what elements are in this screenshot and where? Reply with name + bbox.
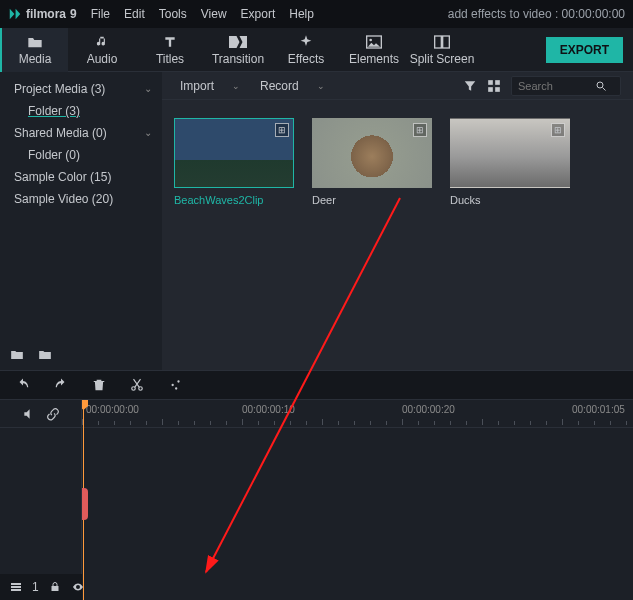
track-area[interactable] [82,428,633,600]
svg-rect-5 [495,80,500,85]
undo-icon[interactable] [16,378,30,392]
tab-effects[interactable]: Effects [272,28,340,72]
add-to-timeline-icon[interactable]: ⊞ [551,123,565,137]
tracks-icon[interactable] [10,580,22,594]
search-icon[interactable] [594,79,608,93]
filter-icon[interactable] [463,79,477,93]
lock-icon[interactable] [49,580,61,594]
transition-icon [229,34,247,50]
tab-label: Elements [349,52,399,66]
sparkle-icon [298,34,314,50]
add-to-timeline-icon[interactable]: ⊞ [413,123,427,137]
workspace: Project Media (3)⌄ Folder (3) Shared Med… [0,72,633,370]
svg-point-8 [597,82,603,88]
new-folder-icon[interactable] [10,348,24,362]
import-label: Import [180,79,214,93]
menu-export[interactable]: Export [241,7,276,21]
svg-rect-7 [495,87,500,92]
sidebar-actions [10,348,52,362]
svg-rect-3 [443,36,450,48]
sidebar-item-folder-0[interactable]: Folder (0) [0,144,162,166]
menu-file[interactable]: File [91,7,110,21]
sidebar-item-folder-3[interactable]: Folder (3) [0,100,162,122]
menu-edit[interactable]: Edit [124,7,145,21]
ruler-label: 00:00:00:10 [242,404,295,415]
media-grid: ⊞BeachWaves2Clip⊞Deer⊞Ducks [162,100,633,370]
sidebar-item-sample-video[interactable]: Sample Video (20) [0,188,162,210]
add-to-timeline-icon[interactable]: ⊞ [275,123,289,137]
title-bar-status: add effects to video : 00:00:00:00 [448,7,625,21]
text-icon [163,34,177,50]
media-bar: Import⌄ Record⌄ [162,72,633,100]
delete-folder-icon[interactable] [38,348,52,362]
menu-help[interactable]: Help [289,7,314,21]
menu-bar: filmora9 File Edit Tools View Export Hel… [0,0,633,28]
ruler-ticks [82,419,633,425]
edit-toolbar [0,370,633,400]
svg-rect-15 [11,586,21,588]
redo-icon[interactable] [54,378,68,392]
sidebar-item-sample-color[interactable]: Sample Color (15) [0,166,162,188]
ruler-label: 00:00:00:00 [86,404,139,415]
mute-icon[interactable] [22,407,36,421]
tab-audio[interactable]: Audio [68,28,136,72]
split-icon [434,34,450,50]
svg-rect-14 [11,583,21,585]
export-button[interactable]: EXPORT [546,37,623,63]
menu-tools[interactable]: Tools [159,7,187,21]
cut-icon[interactable] [130,378,144,392]
sidebar-item-shared-media[interactable]: Shared Media (0)⌄ [0,122,162,144]
app-version: 9 [70,7,77,21]
tab-media[interactable]: Media [0,28,68,72]
sidebar-item-label: Sample Color (15) [14,168,111,186]
timeline-track-headers: 1 [0,400,82,600]
tab-transition[interactable]: Transition [204,28,272,72]
sidebar-item-label: Project Media (3) [14,80,105,98]
tab-elements[interactable]: Elements [340,28,408,72]
timeline-ruler[interactable]: 00:00:00:00 00:00:00:10 00:00:00:20 00:0… [82,400,633,428]
tab-split-screen[interactable]: Split Screen [408,28,476,72]
track-header-row [0,400,81,428]
media-clip[interactable]: ⊞Ducks [450,118,570,206]
tab-label: Media [19,52,52,66]
search-box[interactable] [511,76,621,96]
grid-view-icon[interactable] [487,79,501,93]
tab-label: Audio [87,52,118,66]
ruler-label: 00:00:00:20 [402,404,455,415]
delete-icon[interactable] [92,378,106,392]
timeline-tracks[interactable]: 00:00:00:00 00:00:00:10 00:00:00:20 00:0… [82,400,633,600]
clip-thumbnail[interactable]: ⊞ [174,118,294,188]
tab-label: Split Screen [410,52,475,66]
import-dropdown[interactable]: Import⌄ [174,79,246,93]
track-count: 1 [32,580,39,594]
link-icon[interactable] [46,407,60,421]
media-clip[interactable]: ⊞Deer [312,118,432,206]
tab-label: Transition [212,52,264,66]
clip-thumbnail[interactable]: ⊞ [312,118,432,188]
clip-thumbnail[interactable]: ⊞ [450,118,570,188]
menu-view[interactable]: View [201,7,227,21]
logo-icon [8,7,22,21]
settings-icon[interactable] [168,378,182,392]
svg-point-11 [177,380,179,382]
tool-tabs: Media Audio Titles Transition Effects El… [0,28,633,72]
chevron-down-icon: ⌄ [144,124,152,142]
chevron-down-icon: ⌄ [232,81,240,91]
svg-rect-16 [11,589,21,591]
timeline-clip-stub[interactable] [82,488,88,520]
app-name: filmora [26,7,66,21]
record-dropdown[interactable]: Record⌄ [254,79,331,93]
chevron-down-icon: ⌄ [144,80,152,98]
search-input[interactable] [518,80,588,92]
timeline: 1 00:00:00:00 00:00:00:10 00:00:00:20 00… [0,400,633,600]
clip-label: Ducks [450,194,570,206]
sidebar-item-project-media[interactable]: Project Media (3)⌄ [0,78,162,100]
sidebar-item-label: Folder (0) [28,146,80,164]
tab-titles[interactable]: Titles [136,28,204,72]
svg-rect-2 [435,36,442,48]
ruler-label: 00:00:01:05 [572,404,625,415]
media-clip[interactable]: ⊞BeachWaves2Clip [174,118,294,206]
tab-label: Titles [156,52,184,66]
svg-rect-6 [488,87,493,92]
svg-rect-17 [51,586,58,591]
